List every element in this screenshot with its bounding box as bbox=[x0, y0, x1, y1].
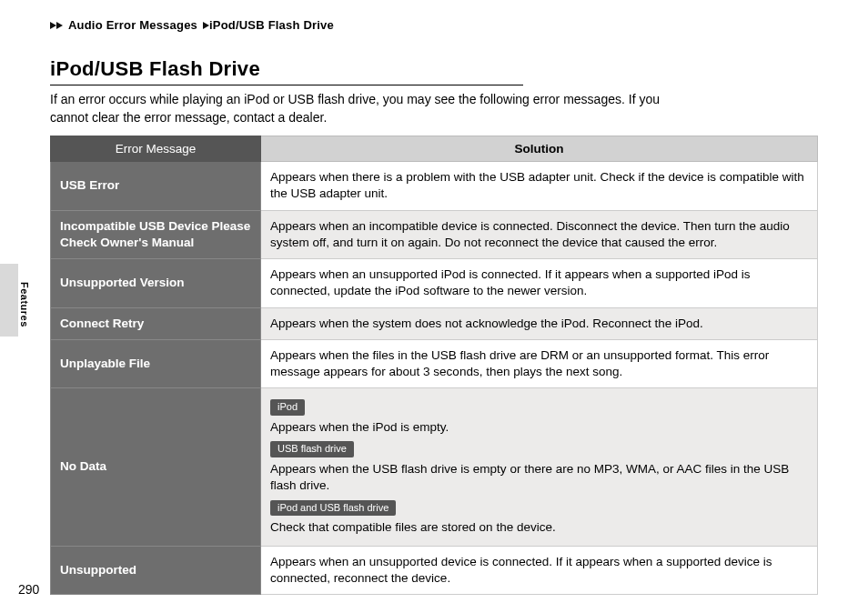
solution-cell: Appears when the system does not acknowl… bbox=[261, 307, 818, 339]
chevron-right-icon bbox=[203, 22, 209, 29]
breadcrumb-level-2: iPod/USB Flash Drive bbox=[209, 18, 334, 32]
solution-cell: Appears when an unsupported iPod is conn… bbox=[261, 259, 818, 307]
intro-text: If an error occurs while playing an iPod… bbox=[50, 91, 687, 126]
table-header-row: Error Message Solution bbox=[51, 136, 818, 162]
device-chip-ipod: iPod bbox=[270, 399, 305, 416]
breadcrumb-level-1: Audio Error Messages bbox=[68, 18, 197, 32]
no-data-usb-text: Appears when the USB flash drive is empt… bbox=[270, 461, 808, 494]
page-number: 290 bbox=[18, 582, 39, 597]
no-data-ipod-text: Appears when the iPod is empty. bbox=[270, 419, 808, 436]
device-chip-usb: USB flash drive bbox=[270, 441, 354, 457]
table-row: Incompatible USB Device Please Check Own… bbox=[51, 210, 818, 258]
chevron-right-icon bbox=[56, 22, 63, 29]
error-table: Error Message Solution USB Error Appears… bbox=[50, 136, 818, 595]
table-row: USB Error Appears when there is a proble… bbox=[51, 162, 818, 210]
table-row: Connect Retry Appears when the system do… bbox=[51, 307, 818, 339]
breadcrumb: Audio Error Messages iPod/USB Flash Driv… bbox=[50, 18, 818, 32]
error-message-cell: USB Error bbox=[51, 162, 261, 210]
solution-cell: Appears when there is a problem with the… bbox=[261, 162, 818, 210]
error-message-cell: Unsupported bbox=[51, 546, 261, 594]
solution-cell: Appears when the files in the USB flash … bbox=[261, 339, 818, 387]
title-divider bbox=[50, 85, 523, 85]
table-row: Unsupported Version Appears when an unsu… bbox=[51, 259, 818, 307]
no-data-both-text: Check that compatible files are stored o… bbox=[270, 519, 808, 536]
table-row: Unplayable File Appears when the files i… bbox=[51, 339, 818, 387]
error-message-cell: Unsupported Version bbox=[51, 259, 261, 307]
error-message-cell: Incompatible USB Device Please Check Own… bbox=[51, 210, 261, 258]
table-row: Unsupported Appears when an unsupported … bbox=[51, 546, 818, 594]
table-row: No Data iPod Appears when the iPod is em… bbox=[51, 388, 818, 546]
page-title: iPod/USB Flash Drive bbox=[50, 57, 818, 81]
error-message-cell: Connect Retry bbox=[51, 307, 261, 339]
error-message-cell: Unplayable File bbox=[51, 339, 261, 387]
chevron-right-icon bbox=[50, 22, 56, 29]
solution-cell: Appears when an incompatible device is c… bbox=[261, 210, 818, 258]
device-chip-both: iPod and USB flash drive bbox=[270, 500, 396, 517]
header-error-message: Error Message bbox=[51, 136, 261, 162]
header-solution: Solution bbox=[261, 136, 818, 162]
solution-cell: iPod Appears when the iPod is empty. USB… bbox=[261, 388, 818, 546]
error-message-cell: No Data bbox=[51, 388, 261, 546]
solution-cell: Appears when an unsupported device is co… bbox=[261, 546, 818, 594]
